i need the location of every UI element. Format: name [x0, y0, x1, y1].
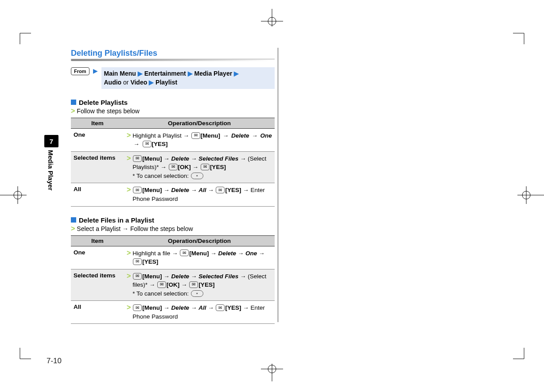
row-item: All: [71, 183, 124, 206]
chapter-label: Media Player: [47, 150, 54, 191]
mail-key-icon: [169, 164, 178, 170]
crop-mark-bl: [9, 348, 31, 370]
content-column: Deleting Playlists/Files From ▶ Main Men…: [71, 49, 275, 324]
delete-files-table: Item Operation/Description One > Highlig…: [71, 235, 275, 324]
table-header-operation: Operation/Description: [124, 235, 275, 246]
row-operation: > Highlight a file → [Menu] → Delete → O…: [124, 246, 275, 269]
registration-mark-right: [517, 184, 544, 208]
chapter-tab: 7 Media Player: [44, 135, 62, 191]
from-path: Main Menu ▶ Entertainment ▶ Media Player…: [101, 67, 275, 89]
from-arrow-icon: ▶: [93, 67, 98, 74]
mail-key-icon: [216, 304, 225, 311]
mail-key-icon: [189, 281, 198, 288]
registration-mark-left: [0, 184, 27, 208]
row-operation: > [Menu] → Delete → Selected Files → (Se…: [124, 151, 275, 183]
mail-key-icon: [133, 187, 142, 193]
section-title: Deleting Playlists/Files: [71, 49, 275, 59]
mail-key-icon: [133, 155, 142, 162]
table-header-operation: Operation/Description: [124, 118, 275, 128]
row-operation: > [Menu] → Delete → Selected Files → (Se…: [124, 269, 275, 301]
center-key-icon: [191, 173, 203, 179]
page-area: 7 Media Player Deleting Playlists/Files …: [47, 27, 498, 365]
mail-key-icon: [133, 258, 142, 265]
registration-mark-bottom: [256, 364, 288, 383]
row-operation: > Highlight a Playlist → [Menu] → Delete…: [124, 128, 275, 151]
table-row: One > Highlight a file → [Menu] → Delete…: [71, 246, 275, 269]
row-operation: > [Menu] → Delete → All → [YES] → Enter …: [124, 301, 275, 324]
crop-mark-br: [513, 348, 535, 370]
from-badge: From: [71, 67, 89, 75]
table-header-item: Item: [71, 118, 124, 128]
column-divider: [278, 48, 278, 322]
mail-key-icon: [191, 132, 200, 139]
table-row: Selected items > [Menu] → Delete → Selec…: [71, 269, 275, 301]
crop-mark-tr: [513, 22, 535, 44]
square-bullet-icon: [71, 100, 76, 105]
from-navigation: From ▶ Main Menu ▶ Entertainment ▶ Media…: [71, 67, 275, 89]
crop-mark-tl: [9, 22, 31, 44]
chevron-icon: >: [71, 225, 75, 233]
row-operation: > [Menu] → Delete → All → [YES] → Enter …: [124, 183, 275, 206]
table-row: All > [Menu] → Delete → All → [YES] → En…: [71, 301, 275, 324]
mail-key-icon: [133, 304, 142, 311]
table-header-row: Item Operation/Description: [71, 118, 275, 128]
table-header-item: Item: [71, 235, 124, 246]
row-item: Selected items: [71, 151, 124, 183]
mail-key-icon: [157, 281, 166, 288]
square-bullet-icon: [71, 217, 76, 223]
mail-key-icon: [201, 164, 210, 170]
row-item: Selected items: [71, 269, 124, 301]
mail-key-icon: [180, 250, 189, 256]
page-number: 7-10: [47, 357, 62, 365]
delete-playlists-table: Item Operation/Description One > Highlig…: [71, 118, 275, 207]
center-key-icon: [191, 290, 203, 297]
row-item: All: [71, 301, 124, 324]
mail-key-icon: [143, 141, 152, 147]
table-row: Selected items > [Menu] → Delete → Selec…: [71, 151, 275, 183]
chevron-icon: >: [71, 107, 75, 115]
delete-files-heading: Delete Files in a Playlist: [71, 216, 275, 224]
table-row: All > [Menu] → Delete → All → [YES] → En…: [71, 183, 275, 206]
registration-mark-top: [256, 9, 288, 28]
row-item: One: [71, 246, 124, 269]
delete-files-follow: > Select a Playlist → Follow the steps b…: [71, 225, 275, 233]
mail-key-icon: [216, 187, 225, 193]
table-row: One > Highlight a Playlist → [Menu] → De…: [71, 128, 275, 151]
chapter-number: 7: [44, 135, 58, 147]
delete-playlists-heading: Delete Playlists: [71, 99, 275, 106]
row-item: One: [71, 128, 124, 151]
table-header-row: Item Operation/Description: [71, 235, 275, 246]
delete-playlists-follow: > Follow the steps below: [71, 107, 275, 115]
mail-key-icon: [133, 273, 142, 280]
